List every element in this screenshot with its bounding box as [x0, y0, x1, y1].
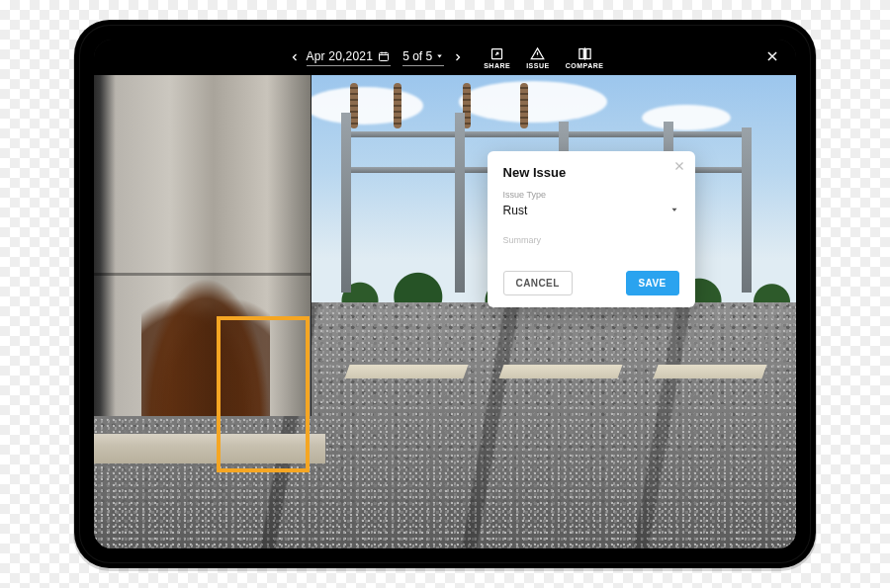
svg-marker-4 — [437, 54, 442, 57]
share-icon — [490, 45, 505, 61]
close-viewer-button[interactable] — [760, 40, 784, 75]
compare-button[interactable]: COMPARE — [566, 45, 604, 69]
issue-type-select[interactable]: Rust — [503, 202, 679, 221]
svg-rect-10 — [585, 48, 589, 58]
image-counter-dropdown[interactable]: 5 of 5 — [402, 49, 444, 66]
calendar-icon — [377, 49, 391, 63]
share-label: SHARE — [484, 62, 510, 69]
viewer-toolbar: Apr 20,2021 5 of 5 — [94, 40, 796, 75]
app-screen: Apr 20,2021 5 of 5 — [94, 40, 796, 548]
caret-down-icon — [435, 50, 444, 62]
prev-date-button[interactable] — [287, 49, 303, 65]
issue-type-label: Issue Type — [503, 190, 679, 200]
issue-button[interactable]: ISSUE — [526, 45, 550, 69]
site-photo — [94, 75, 796, 548]
svg-marker-16 — [671, 208, 676, 210]
summary-input[interactable] — [503, 249, 679, 255]
close-icon — [673, 158, 685, 176]
svg-rect-9 — [578, 48, 582, 58]
new-issue-dialog: New Issue Issue Type Rust Summary CANCEL… — [488, 151, 695, 307]
cancel-button[interactable]: CANCEL — [503, 271, 573, 295]
close-icon — [765, 49, 779, 65]
toolbar-center: Apr 20,2021 5 of 5 — [287, 45, 604, 69]
compare-label: COMPARE — [566, 62, 604, 69]
toolbar-actions: SHARE ISSUE COMPARE — [484, 45, 603, 69]
svg-rect-0 — [380, 52, 389, 60]
next-date-button[interactable] — [450, 49, 466, 65]
issue-type-value: Rust — [503, 204, 528, 217]
ipad-frame: Apr 20,2021 5 of 5 — [74, 20, 816, 568]
image-counter: 5 of 5 — [402, 49, 432, 63]
issue-icon — [530, 45, 546, 61]
compare-icon — [577, 45, 592, 61]
date-picker[interactable]: Apr 20,2021 — [307, 49, 392, 66]
issue-label: ISSUE — [526, 62, 550, 69]
dialog-close-button[interactable] — [671, 159, 687, 175]
current-date: Apr 20,2021 — [307, 49, 374, 63]
dialog-title: New Issue — [503, 165, 679, 180]
image-viewport[interactable]: New Issue Issue Type Rust Summary CANCEL… — [94, 75, 796, 548]
share-button[interactable]: SHARE — [484, 45, 510, 69]
caret-down-icon — [669, 204, 679, 217]
summary-label: Summary — [503, 235, 679, 245]
save-button[interactable]: SAVE — [626, 271, 679, 295]
